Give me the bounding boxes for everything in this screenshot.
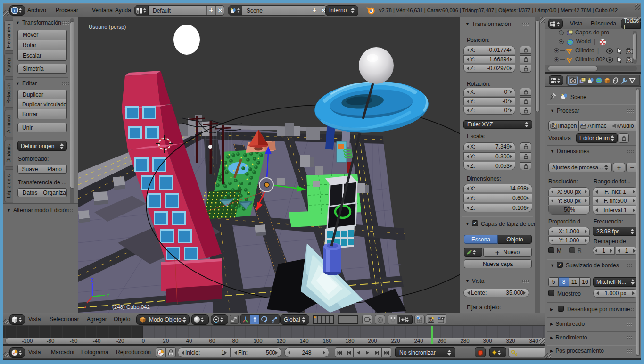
svg-text:Usuario (persp): Usuario (persp) <box>89 24 126 30</box>
svg-text:(248) Cubo.042: (248) Cubo.042 <box>112 304 150 310</box>
svg-text:Z: Z <box>91 278 93 283</box>
svg-text:Y: Y <box>107 293 110 298</box>
svg-text:i: i <box>14 8 16 13</box>
svg-text:x: x <box>84 304 86 309</box>
